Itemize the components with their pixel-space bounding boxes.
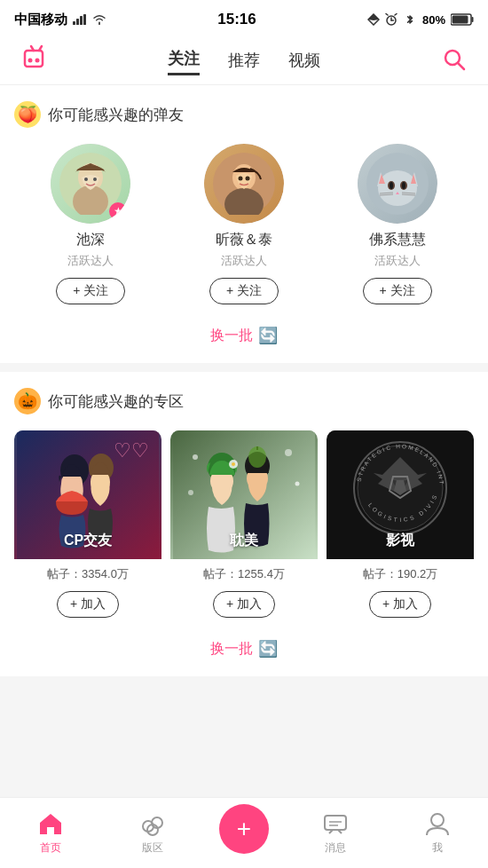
- svg-point-29: [238, 177, 242, 181]
- svg-rect-12: [471, 17, 473, 22]
- zone-section-title: 🎃 你可能感兴趣的专区: [14, 388, 474, 414]
- tab-bar: 首页 版区 + 消息 我: [0, 797, 488, 868]
- svg-point-25: [93, 178, 97, 181]
- zone-cover-3: STRATEGIC HOMELAND INTERVENTION ENFORCEM…: [327, 430, 474, 559]
- forum-icon: [139, 810, 166, 837]
- join-btn-3[interactable]: + 加入: [369, 591, 431, 618]
- tab-profile[interactable]: 我: [402, 810, 473, 856]
- tab-home[interactable]: 首页: [15, 810, 86, 856]
- join-btn-2[interactable]: + 加入: [213, 591, 275, 618]
- svg-point-59: [285, 449, 292, 456]
- follow-btn-2[interactable]: + 关注: [209, 278, 279, 304]
- svg-point-40: [402, 182, 405, 189]
- svg-rect-14: [25, 51, 43, 67]
- status-bar: 中国移动 15:16 80%: [0, 0, 488, 39]
- tab-add-button[interactable]: +: [219, 804, 269, 854]
- follow-btn-3[interactable]: + 关注: [363, 278, 432, 304]
- zone-refresh-label[interactable]: 换一批: [210, 640, 253, 659]
- follow-btn-1[interactable]: + 关注: [56, 278, 125, 304]
- svg-rect-0: [73, 21, 75, 25]
- friend-refresh-label[interactable]: 换一批: [210, 327, 253, 345]
- tab-follow[interactable]: 关注: [168, 48, 200, 75]
- zone-label-3: 影视: [327, 532, 474, 550]
- svg-point-18: [35, 59, 40, 63]
- location-icon: [367, 13, 380, 26]
- status-left: 中国移动: [14, 12, 106, 28]
- join-btn-1[interactable]: + 加入: [57, 591, 119, 618]
- zone-refresh-row: 换一批 🔄: [14, 632, 474, 659]
- friend-refresh-row: 换一批 🔄: [14, 319, 474, 345]
- star-badge: ★: [109, 202, 127, 220]
- svg-point-75: [431, 814, 444, 826]
- friend-suggestion-section: 🍑 你可能感兴趣的弹友: [0, 85, 488, 363]
- message-icon: [322, 810, 349, 837]
- user-card-3: 佛系慧慧 活跃达人 + 关注: [335, 144, 460, 304]
- zone-info-3: 帖子：190.2万: [327, 559, 474, 586]
- zone-cards: CP交友 ♡♡ 帖子：3354.0万 + 加入: [14, 430, 474, 618]
- svg-rect-72: [325, 816, 346, 830]
- user-label-1: 活跃达人: [67, 253, 114, 269]
- profile-icon: [424, 810, 451, 837]
- nav-tabs: 关注 推荐 视频: [168, 48, 320, 75]
- svg-line-20: [458, 63, 464, 69]
- avatar-1: ★: [51, 144, 130, 224]
- signal-icon: [73, 14, 87, 25]
- svg-rect-13: [452, 16, 468, 24]
- tab-home-label: 首页: [40, 840, 61, 856]
- home-icon: [37, 810, 64, 837]
- tab-recommend[interactable]: 推荐: [228, 50, 260, 75]
- user-cards: ★ 池深 活跃达人 + 关注: [14, 144, 474, 304]
- user-name-2: 昕薇＆泰: [216, 231, 272, 249]
- avatar-2: [204, 144, 284, 224]
- tab-video[interactable]: 视频: [288, 50, 320, 75]
- zone-section-icon: 🎃: [14, 388, 41, 414]
- svg-rect-1: [76, 19, 79, 25]
- nav-bar: 关注 推荐 视频: [0, 39, 488, 85]
- battery-icon: [451, 13, 474, 26]
- bluetooth-icon: [403, 13, 417, 26]
- tab-profile-label: 我: [432, 840, 443, 856]
- svg-point-55: [232, 462, 235, 466]
- user-name-1: 池深: [76, 231, 105, 249]
- tab-messages-label: 消息: [325, 840, 346, 856]
- zone-refresh-icon[interactable]: 🔄: [258, 639, 278, 659]
- zone-card-3[interactable]: STRATEGIC HOMELAND INTERVENTION ENFORCEM…: [327, 430, 474, 618]
- zone-info-1: 帖子：3354.0万: [14, 559, 161, 586]
- battery-text: 80%: [422, 13, 445, 27]
- search-button[interactable]: [442, 47, 467, 77]
- user-label-3: 活跃达人: [374, 253, 421, 269]
- wifi-icon: [92, 14, 106, 25]
- user-name-3: 佛系慧慧: [369, 231, 426, 249]
- zone-label-1: CP交友: [14, 532, 161, 550]
- svg-point-30: [245, 177, 249, 181]
- alarm-icon: [385, 13, 397, 26]
- zone-cover-2: 耽美: [170, 430, 318, 559]
- zone-card-1[interactable]: CP交友 ♡♡ 帖子：3354.0万 + 加入: [14, 430, 161, 618]
- svg-point-17: [28, 59, 33, 63]
- svg-rect-3: [83, 14, 86, 25]
- avatar-3: [358, 144, 437, 224]
- zone-info-2: 帖子：1255.4万: [170, 559, 318, 586]
- svg-rect-2: [80, 16, 83, 25]
- app-logo[interactable]: [21, 43, 51, 80]
- svg-point-60: [295, 482, 300, 486]
- svg-point-24: [84, 178, 88, 181]
- user-label-2: 活跃达人: [221, 253, 267, 269]
- svg-point-32: [378, 170, 417, 206]
- svg-line-9: [386, 14, 388, 16]
- zone-label-2: 耽美: [170, 532, 318, 550]
- friend-section-title: 🍑 你可能感兴趣的弹友: [14, 101, 474, 128]
- tab-messages[interactable]: 消息: [300, 810, 371, 856]
- friend-section-icon: 🍑: [14, 101, 41, 128]
- svg-point-58: [193, 454, 198, 460]
- status-time: 15:16: [217, 11, 256, 28]
- user-card-1: ★ 池深 活跃达人 + 关注: [28, 144, 153, 304]
- friend-refresh-icon[interactable]: 🔄: [258, 326, 278, 345]
- zone-cover-1: CP交友 ♡♡: [14, 430, 161, 559]
- zone-card-2[interactable]: 耽美 帖子：1255.4万 + 加入: [170, 430, 318, 618]
- zone-section: 🎃 你可能感兴趣的专区: [0, 372, 488, 676]
- svg-point-39: [390, 182, 393, 189]
- tab-forum[interactable]: 版区: [117, 810, 188, 856]
- main-content: 🍑 你可能感兴趣的弹友: [0, 85, 488, 765]
- svg-line-10: [395, 14, 397, 16]
